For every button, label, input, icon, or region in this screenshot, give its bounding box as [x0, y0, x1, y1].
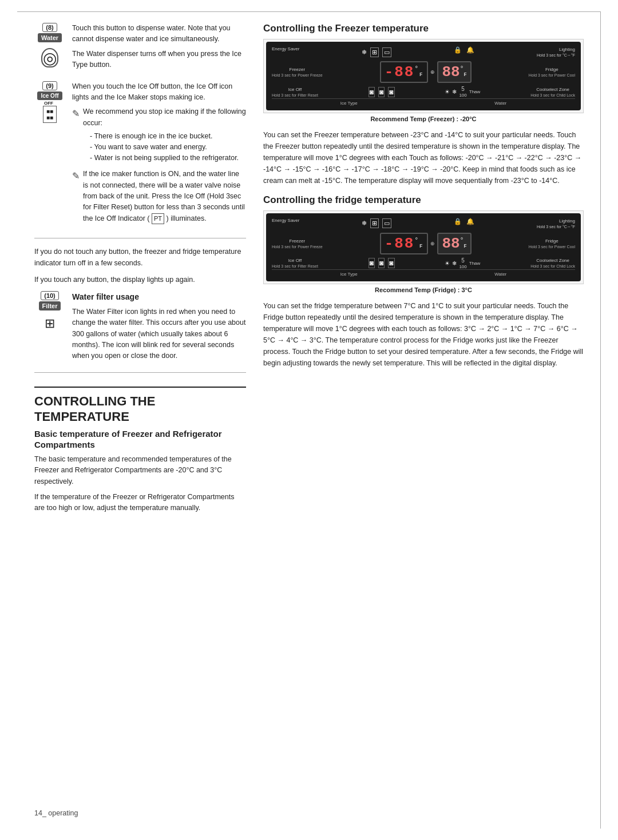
- filter-content: Water filter usage The Water Filter icon…: [72, 291, 246, 362]
- panel-fridge-note: Hold 3 sec for Power Cool: [529, 73, 575, 77]
- panel-lighting-label: Lighting: [559, 47, 575, 52]
- panel-bell-icon: 🔔: [466, 46, 474, 58]
- panel-snowflake-icon: ❄: [362, 49, 367, 56]
- right-column: Controlling the Freezer temperature Ener…: [263, 23, 584, 798]
- left-column: (8) Water ◎ Touch this button to dispens…: [34, 23, 246, 798]
- list-item: Water is not being supplied to the refri…: [90, 153, 246, 164]
- fridge-panel-fridge-label: Fridge: [545, 238, 558, 244]
- panel-ice-icon1: ◙: [369, 87, 375, 97]
- fridge-panel-icetype-label: Ice Type: [340, 272, 358, 277]
- fridge-freezer-digits: -88: [385, 235, 415, 252]
- fridge-panel-lighting-note: Hold 3 sec for °C↔°F: [537, 225, 575, 229]
- fridge-panel-fridge-note: Hold 3 sec for Power Cool: [529, 245, 575, 249]
- water-label-box: (8) Water ◎: [34, 23, 65, 71]
- water-icon: ◎: [41, 48, 58, 67]
- iceoff-content: When you touch the Ice Off button, the I…: [72, 81, 246, 228]
- water-content: Touch this button to dispense water. Not…: [72, 23, 246, 71]
- fridge-panel-iceoff-note: Hold 3 sec for Filter Reset: [272, 264, 318, 268]
- fridge-panel-lock-icon: 🔒: [454, 218, 462, 229]
- fridge-panel-image: Energy Saver ❄ ⊞ ▭ 🔒 🔔 Lighting Hol: [263, 210, 584, 285]
- panel-cool-numbers: 5100: [459, 86, 466, 98]
- fridge-panel-water-label: Water: [494, 272, 506, 277]
- iceoff-note1-title: We recommend you stop ice making if the …: [83, 106, 246, 129]
- panel-grid-icon: ⊞: [370, 47, 379, 57]
- fridge-panel-lighting-label: Lighting: [559, 218, 575, 224]
- panel-cool-icon1: ☀: [445, 89, 450, 95]
- divider-2: [34, 372, 246, 373]
- page-footer: 14_ operating: [34, 809, 584, 817]
- fridge-panel-coolselect-note: Hold 3 sec for Child Lock: [530, 264, 575, 268]
- fridge-fridge-digits: 88: [442, 235, 459, 252]
- freezer-section-heading: Controlling the Freezer temperature: [263, 23, 584, 34]
- filter-icon: ⊞: [45, 316, 55, 331]
- panel-iceoff-label: Ice Off: [288, 87, 302, 92]
- freezer-panel-image: Energy Saver ❄ ⊞ ▭ 🔒 🔔 Lighting Hol: [263, 39, 584, 113]
- iceoff-icon: OFF ■■■■: [43, 106, 57, 123]
- basic-text-1: The basic temperature and recommended te…: [34, 454, 246, 487]
- panel-lighting-note: Hold 3 sec for °C↔°F: [537, 53, 575, 57]
- section-item-iceoff: (9) Ice Off OFF ■■■■ When you touch the …: [34, 81, 246, 228]
- panel-ice-icon3: ◙: [388, 87, 394, 97]
- fridge-panel-iceoff-label: Ice Off: [288, 258, 302, 263]
- iceoff-note2: If the ice maker function is ON, and the…: [83, 169, 246, 224]
- fridge-recommend: Recommend Temp (Fridge) : 3°C: [263, 286, 584, 293]
- divider-1: [34, 238, 246, 238]
- filter-heading: Water filter usage: [72, 291, 246, 304]
- freezer-digits: -88: [385, 63, 415, 81]
- fridge-panel-coolselect-label: Coolselect Zone: [536, 258, 569, 263]
- page: (8) Water ◎ Touch this button to dispens…: [0, 0, 618, 840]
- iceoff-main-text: When you touch the Ice Off button, the I…: [72, 81, 246, 103]
- freezer-recommend: Recommend Temp (Freezer) : -20°C: [263, 116, 584, 122]
- panel-icetype-label: Ice Type: [340, 101, 358, 106]
- note-icon-2: ✎: [72, 169, 80, 224]
- filter-text: The Water Filter icon lights in red when…: [72, 306, 246, 362]
- iceoff-label: Ice Off: [37, 91, 62, 100]
- indicator-symbol: PT: [152, 213, 164, 224]
- iceoff-number: (9): [42, 81, 57, 90]
- temp-note-2: If you touch any button, the display lig…: [34, 274, 246, 285]
- fridge-fridge-display: 88°F: [437, 233, 471, 254]
- fridge-panel-cool-icon2: ❄: [452, 260, 457, 266]
- panel-freezer-label: Freezer: [290, 67, 306, 72]
- freezer-panel-inner: Energy Saver ❄ ⊞ ▭ 🔒 🔔 Lighting Hol: [266, 42, 581, 110]
- list-item: You want to save water and energy.: [90, 142, 246, 153]
- fridge-panel-bottom-labels: Ice Type Water: [272, 269, 575, 277]
- basic-text-2: If the temperature of the Freezer or Ref…: [34, 492, 246, 514]
- fridge-panel-freezer-note: Hold 3 sec for Power Freeze: [272, 245, 323, 249]
- panel-energy-saver-label: Energy Saver: [272, 46, 299, 58]
- footer-text: 14_ operating: [34, 809, 78, 817]
- filter-label: Filter: [39, 301, 61, 310]
- fridge-panel-rect-icon: ▭: [382, 218, 391, 228]
- water-text2: The Water dispenser turns off when you p…: [72, 49, 246, 71]
- fridge-display: 88°F: [437, 61, 471, 83]
- fridge-panel-thaw-label: Thaw: [469, 261, 481, 266]
- panel-fridge-label: Fridge: [545, 67, 558, 72]
- panel-coolselect-label: Coolselect Zone: [536, 87, 569, 92]
- basic-section-heading: Basic temperature of Freezer and Refrige…: [34, 428, 246, 451]
- fridge-panel-bell-icon: 🔔: [466, 218, 474, 229]
- water-text1: Touch this button to dispense water. Not…: [72, 23, 246, 45]
- panel-lock-icon: 🔒: [454, 46, 462, 58]
- panel-water-label: Water: [494, 101, 506, 106]
- fridge-digits: 88: [442, 63, 459, 81]
- fridge-panel-freezer-label: Freezer: [290, 238, 306, 244]
- fridge-section-heading: Controlling the fridge temperature: [263, 194, 584, 206]
- filter-number: (10): [41, 291, 59, 300]
- section-item-filter: (10) Filter ⊞ Water filter usage The Wat…: [34, 291, 246, 362]
- fridge-panel-ice-icon3: ◙: [388, 258, 394, 268]
- fridge-freezer-display: -88°F: [380, 233, 429, 254]
- fridge-panel-ice-icon2: ◙: [378, 258, 385, 268]
- freezer-display: -88°F: [380, 61, 429, 83]
- fridge-panel-cool-icon1: ☀: [445, 260, 450, 266]
- fridge-panel-energy-saver-label: Energy Saver: [272, 218, 299, 229]
- panel-ice-icon2: ◙: [378, 87, 385, 97]
- fridge-panel-snowflake-icon: ❄: [362, 220, 367, 227]
- filter-label-box: (10) Filter ⊞: [34, 291, 65, 362]
- section-item-water: (8) Water ◎ Touch this button to dispens…: [34, 23, 246, 71]
- big-section-heading: CONTROLLING THE TEMPERATURE: [34, 387, 246, 425]
- fridge-panel-inner: Energy Saver ❄ ⊞ ▭ 🔒 🔔 Lighting Hol: [266, 213, 581, 282]
- fridge-body-text: You can set the fridge temperature betwe…: [263, 300, 584, 369]
- panel-iceoff-note: Hold 3 sec for Filter Reset: [272, 93, 318, 97]
- fridge-panel-grid-icon: ⊞: [370, 218, 379, 228]
- panel-bottom-labels: Ice Type Water: [272, 98, 575, 106]
